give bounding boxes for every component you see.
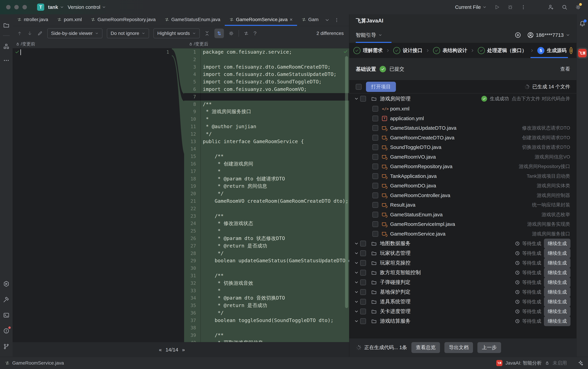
swap-sides-icon[interactable] [243,31,249,36]
maximize-window-button[interactable] [22,5,27,9]
code-line[interactable]: 14 [184,145,349,153]
code-line[interactable]: 26 * @param dto 状态修改DTO [184,235,349,242]
more-actions-button[interactable] [521,4,526,10]
expand-chevron-icon[interactable] [353,299,360,304]
terminal-tool-icon[interactable] [3,312,10,319]
code-line[interactable]: 6 import com.feisuanyz.vo.GameRoomVO; [184,86,349,93]
pending-module-row[interactable]: 游戏结算服务 等待生成 继续生成 [349,316,577,326]
file-checkbox[interactable] [372,116,378,121]
generated-file-row[interactable]: application.yml [349,114,577,123]
services-tool-icon[interactable] [3,280,10,287]
generated-file-row[interactable]: GameRoomVO.java 游戏房间信息VO [349,152,577,162]
code-line[interactable]: 1 package com.feisuanyz.service; [184,48,349,56]
pending-module-row[interactable]: 敌方坦克智能控制 等待生成 继续生成 [349,268,577,277]
code-line[interactable]: 2 [184,56,349,63]
code-line[interactable]: 31 /** [184,272,349,279]
pending-module-row[interactable]: 关卡进度管理 等待生成 继续生成 [349,307,577,316]
continue-generate-button[interactable]: 继续生成 [544,268,570,277]
feisuan-plugin-button[interactable]: 飞算 [577,48,588,59]
workflow-step[interactable]: 表结构设计 [433,47,475,54]
continue-generate-button[interactable]: 继续生成 [544,287,570,297]
ai-assistant-icon[interactable] [578,360,584,366]
viewer-mode-select[interactable]: Side-by-side viewer [47,28,102,38]
status-current-file[interactable]: GameRoomService.java [5,360,64,366]
group-checkbox[interactable] [360,279,366,285]
pending-module-row[interactable]: 基地保护判定 等待生成 继续生成 [349,287,577,297]
previous-difference-icon[interactable] [17,31,22,36]
expand-chevron-icon[interactable] [353,319,360,324]
generated-file-row[interactable]: GameRoomServiceImpl.java 游戏房间服务实现类 [349,219,577,229]
expand-chevron-icon[interactable] [353,241,360,246]
code-line[interactable]: 33 * [184,287,349,295]
continue-generate-button[interactable]: 继续生成 [544,258,570,268]
accept-change-check-icon[interactable] [343,49,348,54]
minimize-window-button[interactable] [14,5,19,9]
generated-file-row[interactable]: GameStatusEnum.java 游戏状态枚举 [349,210,577,220]
code-line[interactable]: 30 [184,265,349,272]
window-controls[interactable] [6,5,27,9]
code-line[interactable]: 15 /** [184,153,349,160]
structure-tool-icon[interactable] [3,43,10,50]
expand-chevron-icon[interactable] [353,280,360,285]
code-line[interactable]: 11 * @author junjian [184,123,349,130]
close-tab-icon[interactable]: × [289,17,293,22]
code-line[interactable]: 10 * [184,115,349,123]
sync-scroll-toggle[interactable] [214,29,224,38]
code-line[interactable]: 40 * 获取游戏房间信息 [184,339,349,342]
continue-generate-button[interactable]: 继续生成 [544,239,570,248]
code-line[interactable]: 28 */ [184,250,349,257]
file-checkbox[interactable] [372,173,378,179]
continue-generate-button[interactable]: 继续生成 [544,277,570,287]
code-line[interactable]: 24 * 修改游戏状态 [184,220,349,227]
editor-tab[interactable]: Gam × [297,14,323,26]
editor-tab[interactable]: ntroller.java × [13,14,53,26]
code-line[interactable]: 13 public interface GameRoomService { [184,138,349,145]
file-checkbox[interactable] [372,212,378,217]
file-checkbox[interactable] [372,183,378,189]
pager-next-button[interactable]: » [182,347,185,353]
code-line[interactable]: 12 */ [184,130,349,138]
code-line[interactable]: 36 */ [184,309,349,317]
generated-file-row[interactable]: GameStatusUpdateDTO.java 修改游戏状态请求DTO [349,123,577,133]
debug-button[interactable] [507,4,513,10]
tab-smart-guide[interactable]: 智能引导 [356,32,382,39]
code-line[interactable]: 23 /** [184,212,349,220]
code-line[interactable]: 19 * @return 房间信息 [184,183,349,190]
code-line[interactable]: 17 * [184,168,349,175]
group-checkbox[interactable] [360,250,366,256]
search-everywhere-icon[interactable] [561,4,568,10]
code-line[interactable]: 39 /** [184,332,349,339]
code-line[interactable]: 20 */ [184,190,349,197]
code-line[interactable]: 21 GameRoomVO createRoom(GameRoomCreateD… [184,197,349,205]
editor-tab[interactable]: GameRoomRepository.java × [86,14,160,26]
code-line[interactable]: 27 * @return 是否成功 [184,242,349,250]
close-window-button[interactable] [6,5,10,9]
generated-file-row[interactable]: pom.xml [349,104,577,114]
build-tool-icon[interactable] [3,296,10,303]
group-checkbox[interactable] [360,289,366,295]
export-document-button[interactable]: 导出文档 [444,342,473,353]
generated-file-row[interactable]: TankApplication.java Tank游戏项目启动类 [349,171,577,181]
editor-tab[interactable]: pom.xml × [53,14,86,26]
workflow-step[interactable]: 理解需求 [353,47,390,54]
editor-scrollbar[interactable] [345,56,348,308]
expand-chevron-icon[interactable] [353,290,360,295]
before-pane[interactable]: 1 [13,48,172,342]
code-line[interactable]: 9 * 游戏房间服务接口 [184,108,349,115]
previous-step-button[interactable]: 上一步 [478,342,501,353]
file-checkbox[interactable] [372,193,378,198]
version-control-menu[interactable]: Version control [68,4,106,10]
file-checkbox[interactable] [372,231,378,237]
notifications-button[interactable] [579,20,586,27]
problems-tool-icon[interactable] [3,328,10,334]
run-button[interactable] [494,4,500,10]
git-tool-icon[interactable] [3,343,10,350]
more-tools-icon[interactable] [3,57,10,64]
editor-tab[interactable]: GameStatusEnum.java × [160,14,225,26]
code-line[interactable]: 38 [184,324,349,332]
edit-icon[interactable] [37,31,43,36]
group-checkbox[interactable] [360,318,366,324]
code-line[interactable]: 29 boolean updateGameStatus(GameStatusUp… [184,257,349,265]
tab-overflow-chevron-icon[interactable] [325,18,330,23]
generated-file-row[interactable]: GameRoomDO.java 游戏房间实体类 [349,181,577,191]
